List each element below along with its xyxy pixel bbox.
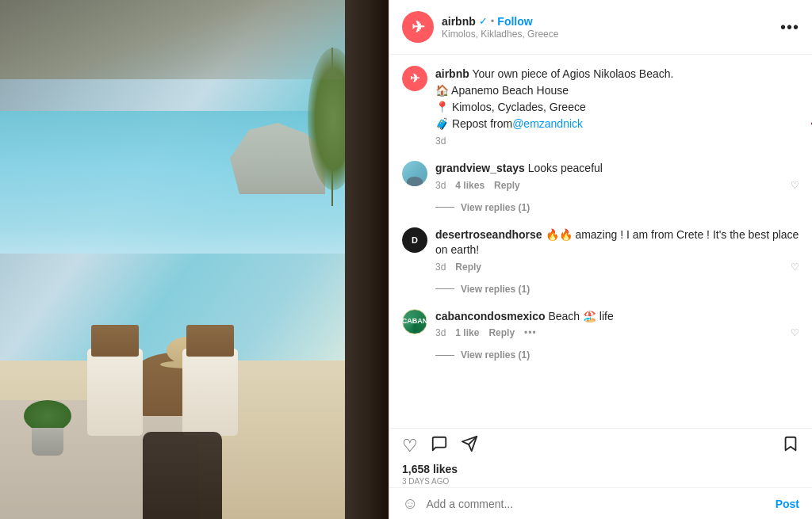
view-replies-row[interactable]: View replies (1): [402, 346, 799, 367]
comment-item: CABAN cabancondosmexico Beach 🏖️ life 3d…: [402, 301, 799, 347]
caption-area: ✈ airbnb Your own piece of Agios Nikolao…: [389, 55, 812, 153]
post-header: ✈ airbnb ✓ • Follow Kimolos, Kikladhes, …: [389, 0, 812, 55]
comment-avatar-grandview[interactable]: [402, 161, 427, 186]
comment-username[interactable]: grandview_stays: [435, 162, 525, 174]
comment-time: 3d: [435, 327, 446, 338]
caption-main-text: Your own piece of Agios Nikolaos Beach.: [469, 67, 674, 80]
annotation-arrow: [807, 112, 812, 135]
likes-section: 1,658 likes 3 DAYS AGO: [389, 460, 812, 487]
reply-line: [435, 288, 454, 289]
comment-meta: 3d 4 likes Reply ♡: [435, 180, 799, 191]
action-bar: ♡: [389, 428, 812, 460]
comment-input[interactable]: [426, 498, 775, 510]
dot-separator: •: [491, 15, 495, 27]
caption-avatar[interactable]: ✈: [402, 66, 427, 91]
plant-pot: [24, 404, 71, 456]
view-replies-text[interactable]: View replies (1): [461, 284, 530, 295]
avatar-container[interactable]: ✈: [402, 11, 434, 43]
comment-heart-icon[interactable]: ♡: [791, 261, 799, 273]
comment-content: Beach 🏖️ life: [548, 310, 613, 322]
add-comment-row: ☺ Post: [389, 487, 812, 519]
username-row: airbnb ✓ • Follow: [442, 15, 780, 28]
comments-section: grandview_stays Looks peaceful 3d 4 like…: [389, 153, 812, 428]
caption-line2: 📍 Kimolos, Cyclades, Greece: [435, 101, 586, 113]
caption-wrapper: ✈ airbnb Your own piece of Agios Nikolao…: [389, 55, 812, 153]
caption-line1: 🏠 Apanemo Beach House: [435, 84, 569, 97]
comment-reply-button[interactable]: Reply: [455, 261, 481, 273]
comment-body: desertroseandhorse 🔥🔥 amazing ! I am fro…: [435, 227, 799, 273]
reply-line: [435, 207, 454, 208]
view-replies-text[interactable]: View replies (1): [461, 349, 530, 361]
comment-heart-icon[interactable]: ♡: [791, 180, 799, 191]
chair-left: [87, 349, 143, 436]
view-replies-row[interactable]: View replies (1): [402, 199, 799, 219]
comment-avatar-desert[interactable]: D: [402, 227, 427, 253]
more-options-icon[interactable]: •••: [780, 18, 799, 36]
comment-item: D desertroseandhorse 🔥🔥 amazing ! I am f…: [402, 219, 799, 280]
caption-row: ✈ airbnb Your own piece of Agios Nikolao…: [402, 66, 799, 147]
comment-item: grandview_stays Looks peaceful 3d 4 like…: [402, 153, 799, 199]
comment-username[interactable]: cabancondosmexico: [435, 310, 546, 322]
comment-likes: 1 like: [455, 327, 479, 338]
share-icon[interactable]: [461, 435, 478, 456]
post-detail-panel: ✈ airbnb ✓ • Follow Kimolos, Kikladhes, …: [389, 0, 812, 519]
comment-reply-button[interactable]: Reply: [488, 327, 515, 338]
caption-username[interactable]: airbnb: [435, 67, 469, 80]
comment-meta: 3d 1 like Reply ••• ♡: [435, 327, 799, 338]
comment-meta: 3d Reply ♡: [435, 261, 799, 273]
comment-time: 3d: [435, 180, 446, 191]
view-replies-row[interactable]: View replies (1): [402, 280, 799, 301]
caption-line3: 🧳 Repost from: [435, 116, 512, 132]
comment-content: Looks peaceful: [528, 162, 603, 174]
comment-reply-button[interactable]: Reply: [494, 180, 520, 191]
verified-icon: ✓: [479, 15, 488, 27]
awning: [0, 0, 389, 79]
chair-right: [182, 349, 238, 436]
likes-count: 1,658 likes: [402, 463, 799, 475]
comment-text: grandview_stays Looks peaceful: [435, 161, 799, 177]
comment-heart-icon[interactable]: ♡: [791, 327, 799, 338]
comment-likes: 4 likes: [455, 180, 485, 191]
caption-mention[interactable]: @emzandnick: [512, 116, 583, 132]
post-image: [0, 0, 389, 519]
caption-text: airbnb Your own piece of Agios Nikolaos …: [435, 66, 799, 132]
comment-text: desertroseandhorse 🔥🔥 amazing ! I am fro…: [435, 227, 799, 258]
avatar: ✈: [402, 11, 434, 43]
comment-body: grandview_stays Looks peaceful 3d 4 like…: [435, 161, 799, 191]
header-info: airbnb ✓ • Follow Kimolos, Kikladhes, Gr…: [442, 15, 780, 40]
follow-button[interactable]: Follow: [497, 15, 532, 28]
caption-timestamp: 3d: [435, 135, 799, 147]
comment-text: cabancondosmexico Beach 🏖️ life: [435, 309, 799, 325]
comment-more-icon[interactable]: •••: [524, 327, 537, 338]
reply-line: [435, 355, 454, 356]
comment-avatar-caban[interactable]: CABAN: [402, 309, 427, 334]
post-comment-button[interactable]: Post: [776, 498, 799, 510]
post-date: 3 DAYS AGO: [402, 477, 799, 486]
caption-content: airbnb Your own piece of Agios Nikolaos …: [435, 66, 799, 147]
door-frame: [345, 0, 389, 519]
action-icons-row: ♡: [402, 435, 799, 456]
comment-icon[interactable]: [431, 435, 448, 456]
arrow-container: 🧳 Repost from @emzandnick: [435, 116, 799, 132]
comment-body: cabancondosmexico Beach 🏖️ life 3d 1 lik…: [435, 309, 799, 339]
like-icon[interactable]: ♡: [402, 436, 418, 456]
bucket: [143, 432, 222, 519]
comment-time: 3d: [435, 261, 446, 273]
bookmark-icon[interactable]: [782, 435, 799, 456]
comment-username[interactable]: desertroseandhorse: [435, 228, 542, 241]
header-location: Kimolos, Kikladhes, Greece: [442, 29, 780, 40]
view-replies-text[interactable]: View replies (1): [461, 202, 530, 213]
emoji-button[interactable]: ☺: [402, 494, 418, 513]
header-username[interactable]: airbnb: [442, 15, 476, 28]
